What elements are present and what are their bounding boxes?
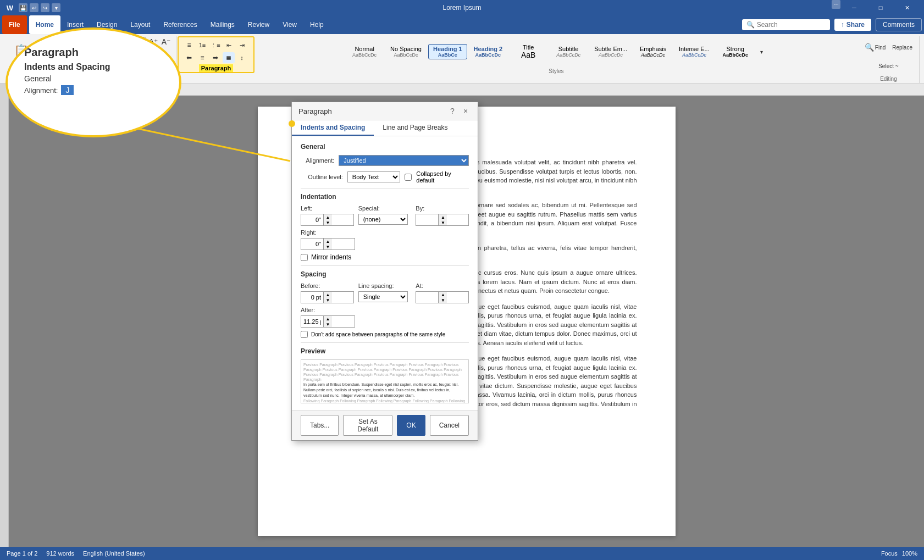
menu-layout[interactable]: Layout xyxy=(124,15,157,34)
line-spacing-select[interactable]: Single1.5 linesDoubleAt leastExactlyMult… xyxy=(358,291,408,302)
style-subtle-emphasis[interactable]: Subtle Em... AaBbCcDc xyxy=(589,44,632,59)
by-up[interactable]: ▲ xyxy=(438,214,447,220)
right-indent-down[interactable]: ▼ xyxy=(323,244,332,249)
style-no-spacing[interactable]: No Spacing AaBbCcDc xyxy=(385,44,427,59)
style-intense-emphasis[interactable]: Intense E... AaBbCcDc xyxy=(674,44,715,59)
collapsed-checkbox[interactable] xyxy=(405,174,412,181)
italic-button[interactable]: I xyxy=(76,49,90,61)
at-down[interactable]: ▼ xyxy=(438,297,447,303)
tab-line-page-breaks[interactable]: Line and Page Breaks xyxy=(374,120,456,136)
bullets-button[interactable]: ≡ xyxy=(183,40,195,51)
bold-button[interactable]: B xyxy=(62,49,75,61)
special-select[interactable]: (none)First lineHanging xyxy=(358,214,408,225)
cancel-button[interactable]: Cancel xyxy=(430,415,469,436)
menu-review[interactable]: Review xyxy=(241,15,276,34)
select-button[interactable]: Select ~ xyxy=(875,57,901,75)
menu-design[interactable]: Design xyxy=(90,15,124,34)
before-up[interactable]: ▲ xyxy=(323,292,332,297)
by-down[interactable]: ▼ xyxy=(438,220,447,225)
before-input[interactable] xyxy=(301,293,323,302)
dont-add-space-checkbox[interactable] xyxy=(301,331,308,338)
style-strong[interactable]: Strong AaBbCcDc xyxy=(716,44,755,59)
align-left-button[interactable]: ⬅ xyxy=(183,52,195,63)
right-indent-input[interactable] xyxy=(301,240,323,248)
undo-icon[interactable]: ↩ xyxy=(30,3,38,12)
restore-button[interactable]: □ xyxy=(868,0,893,15)
customize-icon[interactable]: ▾ xyxy=(52,3,60,12)
tabs-button[interactable]: Tabs... xyxy=(301,415,339,436)
menu-view[interactable]: View xyxy=(276,15,303,34)
before-down[interactable]: ▼ xyxy=(323,297,332,303)
share-button[interactable]: ↑ Share xyxy=(834,19,871,31)
paste-button[interactable]: 📋 Paste xyxy=(9,38,33,69)
after-down[interactable]: ▼ xyxy=(323,321,332,327)
focus-label[interactable]: Focus xyxy=(881,550,898,557)
after-input[interactable] xyxy=(301,317,323,326)
before-spinner: ▲ ▼ xyxy=(301,291,354,303)
format-painter-button[interactable]: 🖌 Format Painter xyxy=(34,60,52,71)
divider-2 xyxy=(301,265,469,266)
menu-help[interactable]: Help xyxy=(303,15,330,34)
ribbon-display-icon[interactable]: ⋯ xyxy=(832,0,840,9)
menu-home[interactable]: Home xyxy=(29,15,60,34)
search-box[interactable]: 🔍 xyxy=(742,19,830,30)
font-name-select[interactable]: Calibri (Body) xyxy=(62,37,123,47)
mirror-indents-checkbox[interactable] xyxy=(301,254,308,261)
style-heading2[interactable]: Heading 2 AaBbCcDc xyxy=(469,44,508,59)
redo-icon[interactable]: ↪ xyxy=(41,3,49,12)
underline-button[interactable]: U xyxy=(91,49,104,61)
right-indent-spinner: ▲ ▼ xyxy=(301,238,355,250)
superscript-button[interactable]: X² xyxy=(134,49,147,61)
after-up[interactable]: ▲ xyxy=(323,316,332,321)
menu-references[interactable]: References xyxy=(157,15,203,34)
increase-font-button[interactable]: A⁺ xyxy=(148,36,159,47)
decrease-font-button[interactable]: A⁻ xyxy=(161,36,171,47)
increase-indent-button[interactable]: ⇥ xyxy=(236,40,248,51)
left-indent-input[interactable] xyxy=(301,215,323,224)
style-heading1[interactable]: Heading 1 AaBbCc xyxy=(428,44,467,59)
outline-select[interactable]: Body Text Level 1Level 2Level 3 xyxy=(347,171,400,182)
dialog-help-button[interactable]: ? xyxy=(447,106,458,117)
multilevel-button[interactable]: ⋮≡ xyxy=(209,40,222,51)
justify-button[interactable]: ≣ xyxy=(223,52,235,63)
share-icon: ↑ xyxy=(841,21,844,29)
left-indent-up[interactable]: ▲ xyxy=(323,214,332,220)
comments-button[interactable]: Comments xyxy=(876,18,922,31)
alignment-select[interactable]: Justified LeftCenteredRightDistributed xyxy=(339,155,469,166)
ok-button[interactable]: OK xyxy=(397,415,425,436)
menu-file[interactable]: File xyxy=(2,15,27,34)
at-up[interactable]: ▲ xyxy=(438,292,447,297)
dialog-close-button[interactable]: × xyxy=(460,106,471,117)
search-input[interactable] xyxy=(757,21,826,29)
menu-insert[interactable]: Insert xyxy=(60,15,90,34)
at-input[interactable] xyxy=(416,293,438,302)
dialog-title: Paragraph xyxy=(298,107,332,115)
numbering-button[interactable]: 1≡ xyxy=(196,40,208,51)
set-as-default-button[interactable]: Set As Default xyxy=(343,415,392,436)
close-button[interactable]: ✕ xyxy=(894,0,920,15)
right-indent-up[interactable]: ▲ xyxy=(323,239,332,244)
strikethrough-button[interactable]: ab̶ xyxy=(105,49,118,61)
tab-indents-spacing[interactable]: Indents and Spacing xyxy=(292,120,374,136)
align-center-button[interactable]: ≡ xyxy=(196,52,208,63)
subscript-button[interactable]: X₂ xyxy=(119,49,132,61)
style-title[interactable]: Title AaB xyxy=(509,42,547,61)
style-subtitle[interactable]: Subtitle AaBbCcDc xyxy=(549,44,588,59)
find-button[interactable]: 🔍 Find xyxy=(862,38,888,56)
font-size-select[interactable]: 12 xyxy=(124,37,146,47)
style-emphasis[interactable]: Emphasis AaBbCcDc xyxy=(634,44,672,59)
left-indent-down[interactable]: ▼ xyxy=(323,220,332,225)
menu-mailings[interactable]: Mailings xyxy=(204,15,241,34)
align-right-button[interactable]: ➡ xyxy=(209,52,222,63)
by-input[interactable] xyxy=(416,215,438,224)
save-icon[interactable]: 💾 xyxy=(19,3,27,12)
cut-button[interactable]: ✂ Cut xyxy=(34,36,52,47)
decrease-indent-button[interactable]: ⇤ xyxy=(223,40,235,51)
replace-button[interactable]: Replace xyxy=(890,38,915,56)
style-normal[interactable]: Normal AaBbCcDc xyxy=(345,44,384,59)
ruler-svg xyxy=(9,84,924,96)
line-spacing-button[interactable]: ↕ xyxy=(236,52,248,63)
styles-more-button[interactable]: ▾ xyxy=(756,36,767,67)
minimize-button[interactable]: ─ xyxy=(842,0,867,15)
dialog-footer: Tabs... Set As Default OK Cancel xyxy=(292,410,478,440)
